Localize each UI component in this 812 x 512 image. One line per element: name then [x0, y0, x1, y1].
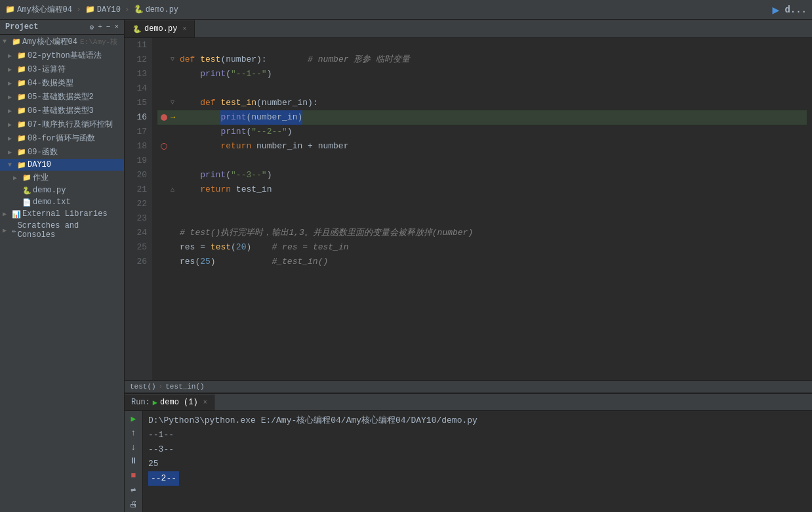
line-num-13: 13	[130, 67, 147, 81]
paren-close-26: )	[211, 255, 272, 269]
folder-icon-02: 📁	[17, 51, 26, 60]
sidebar-item-homework[interactable]: ▶ 📁 作业	[0, 171, 124, 184]
scroll-down-button[interactable]: ↓	[127, 442, 140, 453]
fold-icon-12[interactable]: ▽	[171, 53, 180, 67]
fold-icon-21[interactable]: △	[171, 182, 180, 197]
pause-button[interactable]: ⏸	[127, 456, 140, 467]
sidebar-item-external-libs[interactable]: ▶ 📊 External Libraries	[0, 208, 124, 220]
comment-26: #_test_in()	[272, 255, 328, 269]
sidebar-item-02[interactable]: ▶ 📁 02-python基础语法	[0, 49, 124, 62]
fold-icon-15[interactable]: ▽	[171, 96, 180, 110]
breakpoint-outline-18	[161, 143, 167, 150]
editor-tab-demo-py[interactable]: 🐍 demo.py ×	[125, 20, 195, 37]
folder-icon-04: 📁	[17, 79, 26, 87]
sidebar-item-03[interactable]: ▶ 📁 03-运算符	[0, 62, 124, 76]
sidebar-item-07[interactable]: ▶ 📁 07-顺序执行及循环控制	[0, 117, 124, 131]
sidebar-item-label-02: 02-python基础语法	[28, 50, 102, 61]
stop-button[interactable]: ■	[127, 471, 140, 481]
scroll-up-button[interactable]: ↑	[127, 428, 140, 438]
breadcrumb-sep2: ›	[125, 5, 130, 14]
paren-open-16: (	[246, 110, 251, 125]
fn-test-25: test	[211, 240, 231, 255]
project-breadcrumb-amy[interactable]: 📁 Amy核心编程04	[5, 4, 72, 15]
code-line-23	[157, 211, 807, 226]
sidebar-item-05[interactable]: ▶ 📁 05-基础数据类型2	[0, 90, 124, 104]
project-breadcrumb-demo[interactable]: 🐍 demo.py	[134, 5, 178, 14]
logo-icon: ▶	[773, 3, 780, 17]
indent-18	[180, 139, 220, 154]
line-num-18: 18	[130, 139, 147, 154]
code-line-25: res = test(20) # res = test_in	[157, 240, 807, 255]
sidebar-item-04[interactable]: ▶ 📁 04-数据类型	[0, 76, 124, 90]
wrap-button[interactable]: ⇌	[127, 484, 140, 495]
sidebar-collapse-icon[interactable]: −	[106, 23, 111, 31]
param-number-in-18: number_in	[256, 139, 302, 154]
sidebar-item-scratches[interactable]: ▶ ✏️ Scratches and Consoles	[0, 220, 124, 241]
editor-tab-close[interactable]: ×	[182, 26, 186, 33]
run-icon-tab: ▶	[153, 398, 157, 408]
console-path-text: D:\Python3\python.exe E:/Amy-核心编程04/Amy核…	[148, 416, 477, 425]
code-line-26: res(25) #_test_in()	[157, 255, 807, 269]
line-num-26: 26	[130, 255, 147, 269]
breakpoint-area-16[interactable]	[157, 114, 171, 121]
sidebar-item-label-06: 06-基础数据类型3	[28, 105, 94, 116]
breadcrumb-sep1: ›	[76, 5, 81, 14]
folder-icon-07: 📁	[17, 120, 26, 129]
line-num-19: 19	[130, 154, 147, 168]
console-tab-run[interactable]: Run: ▶ demo (1) ×	[125, 395, 214, 410]
expand-icon-06: ▶	[8, 107, 17, 115]
sidebar-settings-icon[interactable]: ⚙	[90, 23, 94, 32]
breadcrumb-test-in[interactable]: test_in()	[165, 383, 204, 391]
console-body: ▶ ↑ ↓ ⏸ ■ ⇌ 🖨 D:\Python3\python.exe E:/A…	[125, 411, 812, 512]
sidebar-close-icon[interactable]: ×	[114, 23, 119, 31]
expand-icon-homework: ▶	[13, 174, 22, 182]
sidebar-item-label-day10: DAY10	[28, 160, 51, 169]
print-button[interactable]: 🖨	[127, 499, 140, 509]
console-tab-close[interactable]: ×	[203, 399, 207, 406]
fn-test-12: test	[200, 53, 220, 67]
line-num-12: 12	[130, 53, 147, 67]
sidebar-item-root[interactable]: ▼ 📁 Amy核心编程04 E:\Amy-核	[0, 35, 124, 49]
sidebar-item-label-demo-txt: demo.txt	[33, 198, 71, 207]
code-line-17: print("--2--")	[157, 125, 807, 139]
paren-open-15: (	[256, 96, 262, 110]
console-output[interactable]: D:\Python3\python.exe E:/Amy-核心编程04/Amy核…	[143, 411, 812, 512]
folder-icon-homework: 📁	[22, 173, 31, 182]
code-line-14	[157, 81, 807, 96]
console-line-2: --3--	[148, 442, 807, 457]
num-20-25: 20	[236, 240, 247, 255]
param-number-18: number	[318, 139, 349, 154]
sidebar-item-demo-txt[interactable]: ▶ 📄 demo.txt	[0, 196, 124, 208]
txt-file-icon: 📄	[22, 198, 31, 207]
extlibs-icon: 📊	[12, 210, 21, 219]
sidebar-item-06[interactable]: ▶ 📁 06-基础数据类型3	[0, 104, 124, 117]
sidebar-item-label-04: 04-数据类型	[28, 77, 73, 89]
paren-open-13: (	[226, 67, 231, 81]
sidebar-item-09[interactable]: ▶ 📁 09-函数	[0, 145, 124, 159]
builtin-print-20: print	[200, 168, 226, 182]
sidebar-item-08[interactable]: ▶ 📁 08-for循环与函数	[0, 131, 124, 145]
expand-icon-02: ▶	[8, 52, 17, 60]
console-line-4: --2--	[148, 471, 807, 486]
code-line-22	[157, 197, 807, 211]
folder-icon-06: 📁	[17, 106, 26, 115]
breakpoint-area-18[interactable]	[157, 143, 171, 150]
line-num-20: 20	[130, 168, 147, 182]
run-button[interactable]: ▶	[127, 414, 140, 424]
sidebar-item-label-07: 07-顺序执行及循环控制	[28, 119, 113, 130]
line-numbers: 11 12 13 14 15 16 17 18 19 20 21 22 23 2…	[125, 38, 152, 380]
sidebar-item-day10[interactable]: ▼ 📁 DAY10	[0, 159, 124, 171]
code-line-11	[157, 38, 807, 53]
project-breadcrumb-day10[interactable]: 📁 DAY10	[85, 5, 121, 14]
sidebar-item-path: E:\Amy-核	[80, 37, 117, 47]
debug-arrow-16: →	[171, 110, 180, 125]
expand-icon-scratches: ▶	[3, 226, 12, 234]
breakpoint-dot-16	[161, 114, 167, 121]
param-number-12: number	[226, 53, 256, 67]
breadcrumb-test[interactable]: test()	[130, 383, 156, 391]
editor-tab-icon-demo: 🐍	[132, 25, 142, 33]
var-res-26: res(	[180, 255, 200, 269]
sidebar-add-icon[interactable]: +	[98, 23, 102, 31]
editor-area[interactable]: 11 12 13 14 15 16 17 18 19 20 21 22 23 2…	[125, 38, 812, 380]
sidebar-item-demo-py[interactable]: ▶ 🐍 demo.py	[0, 184, 124, 196]
